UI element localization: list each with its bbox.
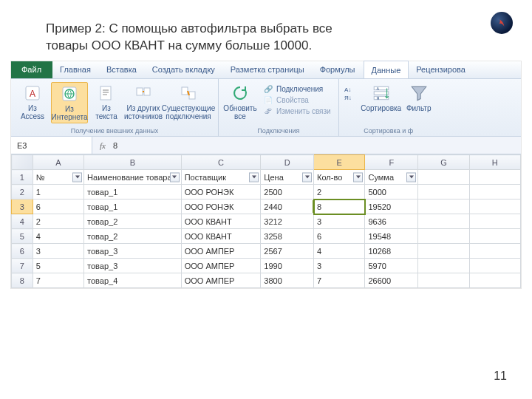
cell[interactable]: ООО АМПЕР — [181, 273, 261, 288]
name-box[interactable]: E3 — [11, 137, 92, 154]
cell[interactable]: 5970 — [365, 259, 418, 273]
refresh-button[interactable]: Обновить все — [222, 82, 259, 122]
tab-formulas[interactable]: Формулы — [313, 61, 364, 78]
cell[interactable]: товар_2 — [84, 229, 182, 244]
col-F[interactable]: F — [365, 155, 418, 170]
cell-empty[interactable] — [469, 170, 520, 185]
existing-conn-button[interactable]: Существующие подключения — [162, 82, 215, 122]
cell[interactable]: 19548 — [365, 229, 418, 244]
cell[interactable]: 19520 — [365, 200, 418, 214]
filter-btn-a[interactable] — [72, 172, 82, 182]
filter-btn-e[interactable] — [353, 172, 363, 182]
cell[interactable] — [418, 229, 469, 244]
cell[interactable]: 2567 — [261, 244, 314, 259]
cell[interactable] — [418, 200, 469, 214]
cell[interactable] — [469, 244, 520, 259]
col-A[interactable]: A — [33, 155, 83, 170]
cell[interactable]: 2500 — [261, 185, 314, 200]
cell[interactable]: 2 — [314, 185, 365, 200]
cell[interactable]: 8 — [314, 200, 365, 214]
properties-button[interactable]: 📄Свойства — [263, 95, 331, 105]
col-H[interactable]: H — [469, 155, 520, 170]
row-header[interactable]: 5 — [12, 229, 33, 244]
filter-btn-f[interactable] — [406, 172, 416, 182]
sort-button[interactable]: АЯ Сортировка — [360, 82, 403, 114]
cell[interactable]: ООО РОНЭК — [181, 200, 261, 214]
filter-button[interactable]: Фильтр — [403, 82, 435, 114]
col-C[interactable]: C — [181, 155, 261, 170]
cell[interactable]: 3 — [33, 244, 83, 259]
tab-home[interactable]: Главная — [52, 61, 99, 78]
cell[interactable] — [469, 214, 520, 229]
cell[interactable]: ООО АМПЕР — [181, 244, 261, 259]
tab-create[interactable]: Создать вкладку — [145, 61, 223, 78]
cell[interactable]: 3 — [314, 214, 365, 229]
cell[interactable] — [469, 273, 520, 288]
filter-btn-c[interactable] — [249, 172, 259, 182]
cell[interactable]: 3 — [314, 259, 365, 273]
az-sort-button[interactable]: А↓ Я↓ — [342, 82, 360, 106]
cell[interactable] — [418, 244, 469, 259]
cell[interactable]: 3212 — [261, 214, 314, 229]
from-access-button[interactable]: A Из Access — [14, 82, 51, 122]
col-D[interactable]: D — [261, 155, 314, 170]
tab-data[interactable]: Данные — [364, 61, 409, 78]
filter-btn-b[interactable] — [170, 172, 180, 182]
cell[interactable]: 7 — [33, 273, 83, 288]
from-other-button[interactable]: Из других источников — [125, 82, 162, 122]
cell[interactable]: товар_2 — [84, 214, 182, 229]
row-header[interactable]: 3 — [12, 200, 33, 214]
cell[interactable]: 9636 — [365, 214, 418, 229]
cell[interactable] — [418, 259, 469, 273]
cell[interactable]: ООО КВАНТ — [181, 214, 261, 229]
cell[interactable]: 3258 — [261, 229, 314, 244]
cell[interactable]: ООО КВАНТ — [181, 229, 261, 244]
col-E[interactable]: E — [314, 155, 365, 170]
cell[interactable]: 1990 — [261, 259, 314, 273]
cell[interactable] — [469, 200, 520, 214]
cell[interactable] — [469, 229, 520, 244]
cell[interactable]: 3800 — [261, 273, 314, 288]
cell[interactable]: 10268 — [365, 244, 418, 259]
cell[interactable]: 2 — [33, 214, 83, 229]
connections-button[interactable]: 🔗Подключения — [263, 83, 331, 94]
cell[interactable] — [469, 259, 520, 273]
from-web-button[interactable]: Из Интернета — [51, 82, 88, 123]
row-header[interactable]: 2 — [12, 185, 33, 200]
cell[interactable]: 2440 — [261, 200, 314, 214]
col-G[interactable]: G — [418, 155, 469, 170]
row-header[interactable]: 4 — [12, 214, 33, 229]
row-header[interactable]: 8 — [12, 273, 33, 288]
from-text-button[interactable]: Из текста — [88, 82, 125, 122]
row-header[interactable]: 7 — [12, 259, 33, 273]
row-header[interactable]: 6 — [12, 244, 33, 259]
cell[interactable]: ООО РОНЭК — [181, 185, 261, 200]
cell[interactable]: товар_1 — [84, 200, 182, 214]
edit-links-button[interactable]: 🖇Изменить связи — [263, 106, 331, 116]
col-B[interactable]: B — [84, 155, 182, 170]
cell[interactable]: товар_3 — [84, 244, 182, 259]
cell[interactable] — [418, 214, 469, 229]
cell[interactable]: 4 — [314, 244, 365, 259]
tab-review[interactable]: Рецензирова — [409, 61, 474, 78]
cell[interactable]: 4 — [33, 229, 83, 244]
cell[interactable] — [469, 185, 520, 200]
cell[interactable]: 5 — [33, 259, 83, 273]
cell[interactable]: товар_4 — [84, 273, 182, 288]
cell[interactable] — [418, 273, 469, 288]
cell[interactable]: 6 — [314, 229, 365, 244]
cell[interactable] — [418, 185, 469, 200]
select-all-corner[interactable] — [12, 155, 33, 170]
row-1-header[interactable]: 1 — [12, 170, 33, 185]
formula-value[interactable]: 8 — [113, 141, 117, 150]
filter-btn-d[interactable] — [302, 172, 312, 182]
cell[interactable]: 1 — [33, 185, 83, 200]
fx-icon[interactable]: fx — [100, 141, 106, 150]
tab-file[interactable]: Файл — [11, 61, 52, 78]
cell[interactable]: 26600 — [365, 273, 418, 288]
tab-layout[interactable]: Разметка страницы — [223, 61, 313, 78]
cell[interactable]: товар_1 — [84, 185, 182, 200]
cell[interactable]: ООО АМПЕР — [181, 259, 261, 273]
tab-insert[interactable]: Вставка — [99, 61, 145, 78]
cell[interactable]: 5000 — [365, 185, 418, 200]
